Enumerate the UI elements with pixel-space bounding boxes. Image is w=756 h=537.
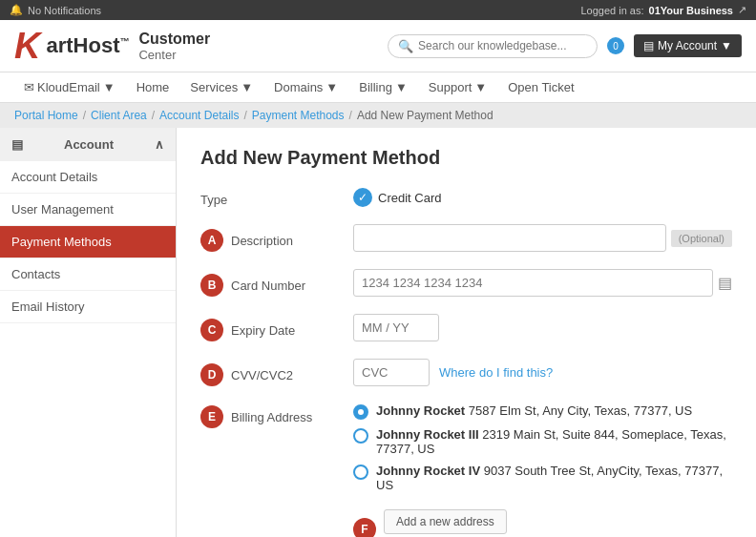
account-section-icon: ▤ [11,137,23,152]
radio-address-0[interactable] [353,404,368,420]
nav-item-kloudemail[interactable]: ✉ KloudEmail ▼ [14,72,125,102]
nav-arrow-billing: ▼ [395,80,408,94]
header-right: 🔍 0 ▤ My Account ▼ [388,34,742,58]
breadcrumb: Portal Home / Client Area / Account Deta… [0,103,756,128]
add-address-button[interactable]: Add a new address [384,509,507,534]
cvv-row: D CVV/CVC2 Where do I find this? [200,359,732,386]
expiry-input[interactable] [353,314,439,341]
header: K artHost™ Customer Center 🔍 0 ▤ My Acco… [0,20,756,72]
nav-item-domains[interactable]: Domains ▼ [264,72,347,102]
address-option-2[interactable]: Johnny Rocket IV 9037 South Tree St, Any… [353,464,732,492]
sidebar-item-user-management[interactable]: User Management [0,194,176,226]
cvc-wrap: Where do I find this? [353,359,732,386]
top-bar: 🔔 No Notifications Logged in as: 01Your … [0,0,756,20]
cvc-input[interactable] [353,359,430,386]
breadcrumb-client-area[interactable]: Client Area [91,109,147,122]
nav-arrow-support: ▼ [474,80,487,94]
radio-address-2[interactable] [353,465,368,480]
address-text-2: Johnny Rocket IV 9037 South Tree St, Any… [376,464,732,492]
bell-icon: 🔔 [10,4,23,16]
sidebar-section-account: ▤ Account ∧ [0,128,176,161]
sidebar-collapse-icon[interactable]: ∧ [155,137,164,152]
address-text-0: Johnny Rocket 7587 Elm St, Any City, Tex… [376,403,692,418]
nav-item-open-ticket[interactable]: Open Ticket [498,72,583,102]
breadcrumb-payment-methods[interactable]: Payment Methods [252,109,345,122]
sidebar-item-email-history[interactable]: Email History [0,291,176,323]
logo-arthost: artHost™ [46,35,129,56]
content-area: Add New Payment Method Type Credit Card … [177,128,756,537]
address-option-1[interactable]: Johnny Rocket III 2319 Main St, Suite 84… [353,427,732,456]
form-actions-area: F Add a new address Save Changes Cancel … [200,509,732,537]
expiry-label: C Expiry Date [200,314,353,341]
nav-arrow-services: ▼ [241,80,253,94]
breadcrumb-current: Add New Payment Method [357,109,494,122]
search-input[interactable] [418,39,587,52]
nav-bar: ✉ KloudEmail ▼ Home Services ▼ Domains ▼… [0,72,756,103]
credit-card-check-icon [353,188,372,207]
my-account-button[interactable]: ▤ My Account ▼ [634,34,742,57]
search-icon: 🔍 [398,39,413,53]
external-link-icon: ↗ [738,4,746,16]
expiry-field [353,314,732,341]
nav-item-billing[interactable]: Billing ▼ [349,72,417,102]
main-layout: ▤ Account ∧ Account Details User Managem… [0,128,756,537]
optional-tag: (Optional) [671,230,732,247]
logo-k-letter: K [14,28,40,64]
breadcrumb-portal-home[interactable]: Portal Home [14,109,78,122]
card-number-input[interactable] [353,269,713,297]
billing-address-field: Johnny Rocket 7587 Elm St, Any City, Tex… [353,403,732,492]
sidebar: ▤ Account ∧ Account Details User Managem… [0,128,177,537]
sidebar-item-contacts[interactable]: Contacts [0,258,176,291]
cvv-label: D CVV/CVC2 [200,359,353,386]
my-account-label: My Account [658,39,717,52]
type-row: Type Credit Card [200,188,732,207]
radio-address-1[interactable] [353,428,368,444]
notifications-text: No Notifications [28,5,101,16]
cvc-help-link[interactable]: Where do I find this? [439,365,553,380]
description-input[interactable] [353,224,666,252]
dropdown-arrow-icon: ▼ [721,39,732,52]
logo: K artHost™ Customer Center [14,28,210,64]
description-row: A Description (Optional) [200,224,732,252]
type-field: Credit Card [353,188,732,207]
card-number-label: B Card Number [200,269,353,297]
page-title: Add New Payment Method [200,147,732,169]
badge-A: A [200,229,223,252]
badge-B: B [200,274,223,297]
search-box[interactable]: 🔍 [388,34,598,58]
badge-F: F [353,518,376,538]
nav-arrow-domains: ▼ [326,80,338,94]
address-option-0[interactable]: Johnny Rocket 7587 Elm St, Any City, Tex… [353,403,732,420]
billing-address-row: E Billing Address Johnny Rocket 7587 Elm… [200,403,732,492]
badge-D: D [200,363,223,386]
sidebar-item-account-details[interactable]: Account Details [0,161,176,194]
cart-badge[interactable]: 0 [607,37,624,54]
card-number-wrap: ▤ [353,269,732,297]
card-number-row: B Card Number ▤ [200,269,732,297]
nav-item-services[interactable]: Services ▼ [180,72,262,102]
description-input-wrap: (Optional) [353,224,732,252]
badge-C: C [200,319,223,341]
breadcrumb-account-details[interactable]: Account Details [159,109,239,122]
card-icon: ▤ [718,274,732,292]
logo-brand-text: Customer Center [138,30,210,63]
nav-item-home[interactable]: Home [127,72,179,102]
logged-in-label: Logged in as: [580,5,643,16]
card-number-field: ▤ [353,269,732,297]
address-text-1: Johnny Rocket III 2319 Main St, Suite 84… [376,427,732,456]
username-text: 01Your Business [649,5,733,16]
nav-arrow-kloudemail: ▼ [103,80,116,94]
type-value-text: Credit Card [378,191,441,205]
nav-item-support[interactable]: Support ▼ [419,72,496,102]
badge-E: E [200,405,223,428]
expiry-row: C Expiry Date [200,314,732,341]
sidebar-section-label: Account [64,137,114,152]
address-list: Johnny Rocket 7587 Elm St, Any City, Tex… [353,403,732,492]
sidebar-item-payment-methods[interactable]: Payment Methods [0,226,176,258]
description-label: A Description [200,224,353,252]
billing-address-label: E Billing Address [200,403,353,428]
account-icon: ▤ [643,39,654,52]
address-detail-0: 7587 Elm St, Any City, Texas, 77377, US [469,403,692,418]
notifications-area: 🔔 No Notifications [10,4,101,16]
email-icon: ✉ [24,80,34,94]
